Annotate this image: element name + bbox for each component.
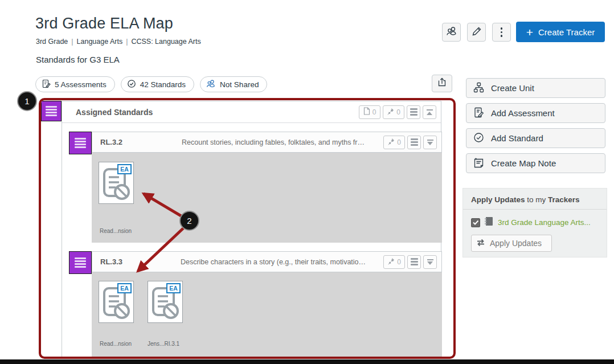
ea-badge: EA <box>117 164 132 174</box>
apply-updates-button[interactable]: Apply Updates <box>471 235 552 252</box>
unit-pin-count: 0 <box>396 108 400 116</box>
create-unit-label: Create Unit <box>491 83 534 93</box>
assessment-icon <box>42 79 51 90</box>
create-map-note-label: Create Map Note <box>491 158 556 168</box>
screenshot-bottom-edge <box>0 359 614 364</box>
drag-grip-icon <box>75 138 86 148</box>
apply-updates-panel: Apply Updates to my Trackers 3rd Grade L… <box>462 188 607 257</box>
assessments-pill-label: 5 Assessments <box>55 80 107 89</box>
standard-pin-counter[interactable]: 0 <box>383 255 405 269</box>
standard-description: Describe characters in a story (e.g., th… <box>163 258 383 266</box>
standard-code: RL.3.3 <box>100 257 163 266</box>
pushpin-icon <box>387 138 395 147</box>
create-tracker-label: Create Tracker <box>538 27 595 37</box>
section-title: Standards for G3 ELA <box>36 55 120 64</box>
standard-pin-count: 0 <box>397 258 401 266</box>
unit-title: Assigned Standards <box>76 108 359 117</box>
tracker-link[interactable]: 3rd Grade Language Arts... <box>498 218 591 227</box>
pencil-icon <box>472 26 482 39</box>
breadcrumb-core: CCSS: Language Arts <box>131 38 200 46</box>
people-icon <box>446 26 457 39</box>
breadcrumb-grade: 3rd Grade <box>36 38 68 46</box>
export-button[interactable] <box>432 75 452 92</box>
document-icon <box>363 107 370 117</box>
tracker-icon <box>485 216 493 228</box>
standard-header-rl33: RL.3.3 Describe characters in a story (e… <box>92 251 442 272</box>
create-tracker-button[interactable]: + Create Tracker <box>516 22 605 42</box>
assessment-label: Read...nsion <box>100 228 132 234</box>
page-title: 3rd Grade ELA Map <box>35 15 173 32</box>
standard-code: RL.3.2 <box>100 138 163 146</box>
not-shared-pill-label: Not Shared <box>220 80 259 89</box>
annotation-circle-1: 1 <box>17 91 37 111</box>
drag-grip-icon <box>75 257 86 268</box>
apply-updates-title: Apply Updates to my Trackers <box>463 189 607 210</box>
assessment-card[interactable]: EA <box>148 281 183 323</box>
breadcrumb-subject: Language Arts <box>77 38 123 46</box>
annotation-circle-2: 2 <box>179 211 199 231</box>
standards-pill-label: 42 Standards <box>140 80 186 89</box>
tracker-row: 3rd Grade Language Arts... <box>463 210 607 228</box>
hamburger-icon <box>411 258 418 265</box>
assessment-card[interactable]: EA <box>99 281 134 323</box>
add-standard-button[interactable]: Add Standard <box>466 128 605 148</box>
standard-drag-handle[interactable] <box>69 132 92 154</box>
standard-body-rl33: EA EA Read...nsion Jens...RI.3.1 <box>92 272 442 359</box>
collapse-icon <box>427 109 433 111</box>
standard-collapse-button[interactable] <box>423 255 437 269</box>
standard-body-rl32: EA Read...nsion <box>92 153 442 243</box>
share-users-button[interactable] <box>442 23 461 42</box>
standard-check-icon <box>127 79 136 90</box>
export-icon <box>437 77 447 89</box>
people-icon <box>206 79 216 90</box>
add-assessment-button[interactable]: Add Assessment <box>466 103 605 123</box>
assessment-label: Read...nsion <box>100 341 132 347</box>
standard-collapse-button[interactable] <box>423 136 437 149</box>
pushpin-icon <box>387 257 395 267</box>
add-standard-label: Add Standard <box>491 133 543 143</box>
map-note-icon <box>473 157 484 170</box>
summary-pills: 5 Assessments 42 Standards Not Shared <box>35 76 267 92</box>
assessment-label: Jens...RI.3.1 <box>148 341 179 347</box>
standard-drag-handle[interactable] <box>69 251 92 274</box>
assessments-pill[interactable]: 5 Assessments <box>35 76 115 92</box>
edit-button[interactable] <box>467 23 486 42</box>
unit-doc-counter[interactable]: 0 <box>359 105 380 119</box>
unit-doc-count: 0 <box>373 108 376 116</box>
standard-pin-count: 0 <box>397 138 401 146</box>
sync-icon <box>476 239 485 248</box>
assessment-icon <box>473 107 484 120</box>
create-map-note-button[interactable]: Create Map Note <box>466 153 605 173</box>
collapse-icon <box>427 259 433 260</box>
unit-pin-counter[interactable]: 0 <box>383 105 404 119</box>
kebab-menu-icon <box>501 27 503 37</box>
assessment-card[interactable]: EA <box>99 162 134 204</box>
standard-menu-button[interactable] <box>407 255 421 269</box>
create-unit-button[interactable]: Create Unit <box>466 78 605 98</box>
breadcrumb: 3rd Grade|Language Arts|CCSS: Language A… <box>36 38 201 46</box>
hamburger-icon <box>411 138 418 146</box>
standard-pin-counter[interactable]: 0 <box>383 136 405 149</box>
standards-pill[interactable]: 42 Standards <box>121 76 194 92</box>
tracker-checkbox[interactable] <box>471 218 480 227</box>
more-options-button[interactable] <box>492 23 511 42</box>
not-shared-pill[interactable]: Not Shared <box>200 76 267 92</box>
unit-menu-button[interactable] <box>407 105 420 119</box>
standard-menu-button[interactable] <box>407 136 421 149</box>
unit-drag-handle[interactable] <box>41 101 62 121</box>
apply-updates-label: Apply Updates <box>490 239 542 248</box>
pushpin-icon <box>387 108 394 117</box>
collapse-icon <box>427 140 433 141</box>
plus-icon: + <box>526 26 533 38</box>
hamburger-icon <box>410 108 417 116</box>
standard-description: Recount stories, including fables, folkt… <box>163 138 383 146</box>
standard-header-rl32: RL.3.2 Recount stories, including fables… <box>92 132 442 153</box>
unit-collapse-button[interactable] <box>423 105 436 119</box>
annotated-map-region: Assigned Standards 0 <box>39 98 456 359</box>
curriculum-map-page: 3rd Grade ELA Map 3rd Grade|Language Art… <box>0 0 614 364</box>
unit-header: Assigned Standards 0 <box>62 101 441 123</box>
ea-badge: EA <box>166 283 181 293</box>
ea-badge: EA <box>117 283 132 293</box>
unit-icon <box>473 82 484 95</box>
unit-panel-assigned-standards: Assigned Standards 0 <box>62 101 441 359</box>
